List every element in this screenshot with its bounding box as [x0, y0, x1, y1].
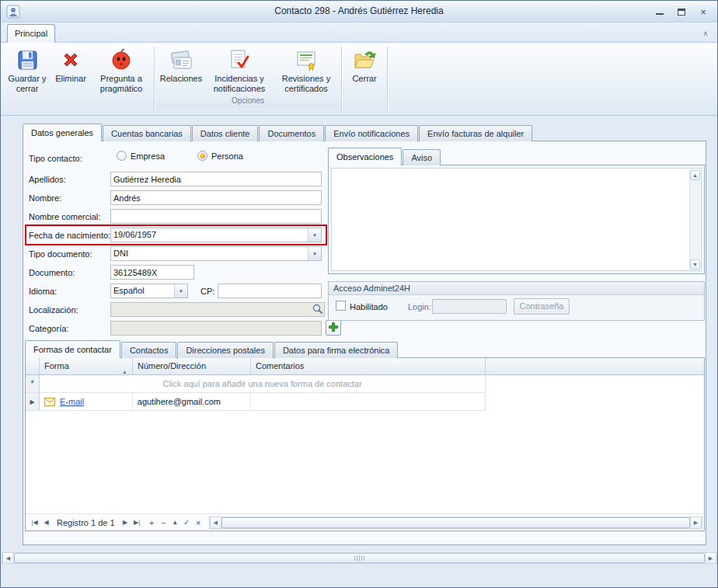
radio-persona[interactable]: Persona [197, 151, 243, 161]
nav-last-button[interactable]: ▶| [131, 517, 143, 529]
incidencias-label: Incidencias y notificaciones [206, 74, 273, 94]
nombre-comercial-label: Nombre comercial: [29, 211, 100, 222]
fecha-nacimiento-combo[interactable]: 19/06/1957 ▼ [110, 228, 322, 242]
cell-numero-direccion[interactable]: agutihere@gmail.com [133, 393, 251, 410]
cerrar-button[interactable]: Cerrar [345, 45, 384, 84]
grid-new-row[interactable]: * Click aquí para añadir una nueva forma… [26, 375, 486, 393]
relations-cards-icon [169, 47, 193, 72]
tipo-contacto-label: Tipo contacto: [29, 153, 82, 164]
close-button[interactable]: × [695, 5, 711, 18]
grid-row-email[interactable]: ▶ E-mail agutihere@gmail.com [26, 393, 486, 411]
grid-scrollbar-thumb[interactable] [221, 517, 690, 528]
radio-empresa[interactable]: Empresa [117, 151, 165, 161]
comentarios-column-label: Comentarios [256, 361, 304, 371]
tab-aviso[interactable]: Aviso [403, 149, 441, 165]
grid-column-numero-direccion[interactable]: Número/Dirección [133, 358, 251, 374]
email-icon [44, 398, 55, 406]
tab-datos-firma-electronica[interactable]: Datos para firma electrónica [274, 342, 399, 358]
ribbon-separator [341, 47, 342, 112]
incidencias-button[interactable]: Incidencias y notificaciones [206, 45, 273, 94]
email-type-link[interactable]: E-mail [60, 397, 84, 406]
grid-header: Forma ▲ Número/Dirección Comentarios [26, 358, 704, 375]
tab-envio-facturas[interactable]: Envío facturas de alquiler [419, 125, 532, 141]
main-tab-strip: Datos generales Cuentas bancarias Datos … [23, 124, 533, 141]
row-focus-icon: ▶ [26, 393, 40, 410]
tab-contactos[interactable]: Contactos [121, 342, 177, 358]
scroll-up-icon[interactable]: ▲ [690, 170, 700, 180]
cell-comentarios[interactable] [251, 393, 485, 410]
radio-persona-circle [197, 151, 207, 161]
grid-scroll-left-icon[interactable]: ◀ [210, 517, 221, 528]
grid-column-comentarios[interactable]: Comentarios [251, 358, 486, 374]
login-input [432, 299, 507, 314]
grid-column-forma[interactable]: Forma ▲ [40, 358, 133, 374]
window-horizontal-scrollbar[interactable]: ◀ ▶ [2, 552, 717, 564]
ribbon-tab-principal[interactable]: Principal [7, 24, 55, 43]
app-window: Contacto 298 - Andrés Gutiérrez Heredia … [0, 0, 718, 588]
record-counter: Registro 1 de 1 [57, 518, 115, 527]
relaciones-button[interactable]: Relaciones [158, 45, 204, 94]
cerrar-label: Cerrar [352, 74, 376, 84]
tab-formas-de-contactar[interactable]: Formas de contactar [25, 340, 120, 358]
documento-input[interactable] [110, 265, 194, 280]
scroll-down-icon[interactable]: ▼ [690, 259, 700, 270]
fecha-dropdown-icon[interactable]: ▼ [308, 228, 321, 242]
apellidos-input[interactable] [110, 172, 322, 186]
tab-cuentas-bancarias[interactable]: Cuentas bancarias [103, 125, 191, 141]
idioma-label: Idioma: [29, 286, 57, 297]
tab-envio-notificaciones[interactable]: Envío notificaciones [325, 125, 418, 141]
restore-button[interactable] [674, 5, 689, 18]
revisiones-button[interactable]: Revisiones y certificados [274, 45, 338, 94]
nav-first-button[interactable]: |◀ [29, 517, 40, 529]
tab-datos-generales[interactable]: Datos generales [23, 124, 102, 141]
cp-input[interactable] [218, 284, 322, 298]
tipo-documento-combo[interactable]: DNI ▼ [110, 246, 322, 261]
tab-datos-cliente[interactable]: Datos cliente [192, 125, 259, 141]
scroll-left-icon[interactable]: ◀ [2, 553, 14, 563]
new-row-hint[interactable]: Click aquí para añadir una nueva forma d… [40, 375, 485, 392]
nav-delete-button[interactable]: − [158, 517, 169, 529]
grid-navigator: |◀ ◀ Registro 1 de 1 ▶ ▶| + − ▲ ✓ × ◀ ▶ [26, 513, 704, 531]
delete-button[interactable]: Eliminar [51, 45, 90, 84]
cell-forma[interactable]: E-mail [40, 393, 133, 410]
categoria-add-button[interactable] [326, 320, 341, 336]
minimize-button[interactable] [652, 5, 667, 18]
acceso-adminet-group: Acceso Adminet24H Habilitado Login: Cont… [328, 281, 705, 321]
observaciones-textarea[interactable] [333, 169, 688, 270]
restore-icon [678, 9, 685, 16]
tipo-documento-dropdown-icon[interactable]: ▼ [308, 247, 321, 260]
save-close-button[interactable]: Guardar y cerrar [5, 45, 50, 94]
grid-scroll-right-icon[interactable]: ▶ [690, 517, 702, 528]
observaciones-vertical-scrollbar[interactable]: ▲ ▼ [689, 169, 700, 270]
nav-cancel-button[interactable]: × [193, 517, 204, 529]
idioma-combo[interactable]: Español ▼ [110, 284, 188, 298]
categoria-input [110, 321, 322, 336]
nombre-label: Nombre: [29, 193, 61, 204]
contrasena-button: Contraseña [514, 298, 570, 315]
tab-documentos[interactable]: Documentos [259, 125, 324, 141]
nav-next-button[interactable]: ▶ [120, 517, 131, 529]
nav-edit-button[interactable]: ▲ [169, 517, 181, 529]
idioma-dropdown-icon[interactable]: ▼ [174, 284, 187, 297]
ribbon-collapse-icon[interactable]: ∧ [702, 30, 708, 37]
observaciones-editor: ▲ ▼ [331, 168, 702, 271]
habilitado-checkbox[interactable] [336, 301, 346, 311]
ask-pragmatico-button[interactable]: Pregunta a pragmático [92, 45, 151, 94]
tab-direcciones-postales[interactable]: Direcciones postales [177, 342, 274, 358]
grid-horizontal-scrollbar[interactable]: ◀ ▶ [209, 517, 702, 529]
scroll-right-icon[interactable]: ▶ [705, 553, 716, 563]
observaciones-panel: ▲ ▼ [328, 165, 705, 274]
grid-header-filler [486, 358, 704, 374]
title-bar: Contacto 298 - Andrés Gutiérrez Heredia … [1, 1, 717, 23]
tab-observaciones[interactable]: Observaciones [328, 148, 402, 165]
nav-add-button[interactable]: + [146, 517, 158, 529]
nombre-comercial-input[interactable] [110, 209, 322, 224]
nombre-input[interactable] [110, 190, 322, 205]
radio-empresa-circle [117, 151, 127, 161]
localizacion-search-button[interactable] [311, 302, 325, 317]
nav-prev-button[interactable]: ◀ [40, 517, 52, 529]
observaciones-tab-strip: Observaciones Aviso [328, 148, 441, 165]
nav-ok-button[interactable]: ✓ [181, 517, 193, 529]
window-title: Contacto 298 - Andrés Gutiérrez Heredia [1, 1, 717, 22]
window-scrollbar-thumb[interactable] [14, 553, 705, 563]
